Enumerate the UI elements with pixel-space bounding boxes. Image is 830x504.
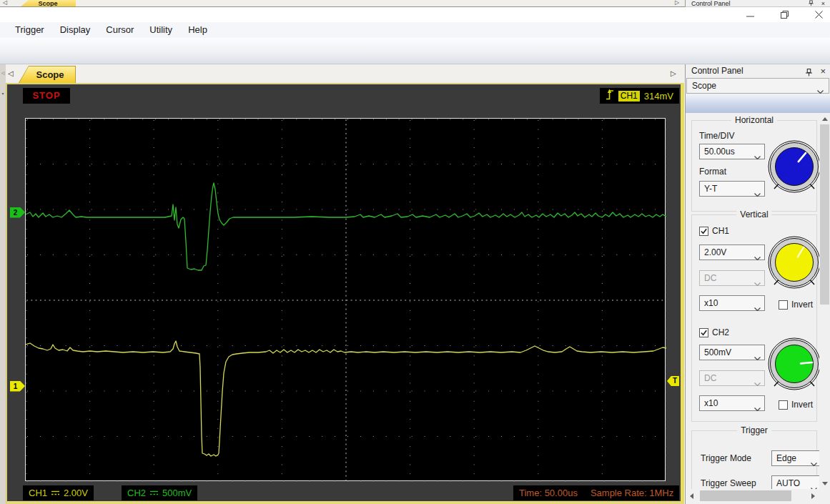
close-button[interactable] (807, 7, 830, 22)
trigger-mode-dropdown[interactable]: Edge (771, 450, 821, 466)
panel-horizontal-scrollbar[interactable] (686, 489, 830, 504)
ch1-invert-label: Invert (791, 300, 813, 310)
trigger-group: Trigger Trigger Mode Edge Trigger Sweep … (691, 430, 817, 489)
ch2-position-knob[interactable] (767, 337, 821, 391)
ch2-label: CH2 (712, 327, 729, 337)
trigger-readout: CH1 314mV (600, 88, 679, 104)
tab-scope-label: Scope (19, 66, 75, 83)
waveform-display[interactable] (25, 118, 666, 481)
scope-panel: STOP CH1 314mV 2 1 T CH1 2.00V CH2 500mV… (6, 83, 684, 504)
scope-grid-svg (26, 119, 666, 482)
ch2-enable-checkbox[interactable] (699, 328, 708, 337)
tabbar-scroll-right-icon[interactable]: ▷ (671, 64, 676, 83)
tab-scroll-left-icon[interactable]: ◁ (3, 0, 7, 6)
top-clipped-panel-header: Control Panel × (685, 0, 830, 7)
ch1-enable-checkbox[interactable] (699, 227, 708, 236)
horizontal-group: Horizontal Time/DIV 50.00us Format Y-T (691, 120, 817, 212)
panel-title-fragment: Control Panel (691, 0, 731, 7)
menu-utility[interactable]: Utility (142, 22, 180, 38)
ch2-enable-row: CH2 (699, 327, 729, 337)
ch2-coupling-dropdown-disabled: DC (699, 370, 765, 386)
top-clipped-tabbar: ◁ Scope ▷ (0, 0, 685, 7)
menu-bar: Trigger Display Cursor Utility Help (0, 22, 830, 38)
tab-scope[interactable]: Scope (19, 66, 76, 83)
trigger-mode-label: Trigger Mode (701, 453, 751, 463)
scope-status-row: CH1 2.00V CH2 500mV Time: 50.00us Sample… (7, 485, 681, 500)
sample-rate-value: Sample Rate: 1MHz (591, 488, 673, 498)
tabbar-scroll-left-icon[interactable]: ◁ (8, 64, 14, 83)
menu-help[interactable]: Help (180, 22, 215, 38)
rising-edge-icon (606, 89, 614, 104)
panel-vertical-scrollbar[interactable] (819, 113, 830, 489)
minimize-button[interactable] (738, 7, 761, 22)
trigger-level-marker[interactable]: T (667, 376, 679, 386)
control-panel-header: Control Panel × (686, 64, 830, 78)
document-tabbar: ◁ Scope ▷ (0, 64, 685, 83)
chevron-down-icon (754, 251, 761, 265)
menu-trigger[interactable]: Trigger (7, 22, 52, 38)
chevron-down-icon (754, 187, 761, 202)
format-dropdown[interactable]: Y-T (699, 181, 765, 197)
ch2-status-label: CH2 (127, 488, 146, 498)
panel-separator-band (686, 94, 830, 113)
horizontal-group-title: Horizontal (731, 115, 777, 125)
close-icon[interactable]: × (820, 65, 826, 77)
ch1-scale-dropdown[interactable]: 2.00V (699, 244, 765, 260)
ch2-probe-dropdown[interactable]: x10 (699, 395, 765, 411)
dc-coupling-icon (51, 488, 60, 498)
ch1-invert-checkbox[interactable] (779, 300, 788, 310)
restore-button[interactable] (773, 7, 796, 22)
ch1-label: CH1 (712, 226, 729, 236)
chevron-down-icon (754, 150, 761, 164)
ch1-probe-dropdown[interactable]: x10 (699, 295, 765, 311)
close-icon[interactable]: × (821, 0, 825, 7)
pin-icon[interactable] (808, 0, 814, 7)
menu-display[interactable]: Display (52, 22, 99, 38)
ch2-position-marker[interactable]: 2 (10, 207, 25, 218)
trigger-source-chip: CH1 (618, 91, 640, 102)
ch2-invert-label: Invert (791, 400, 813, 410)
ch1-status-box: CH1 2.00V (23, 485, 94, 500)
left-strip-arrow-icon: ◁ (0, 70, 6, 75)
chevron-down-icon (811, 457, 817, 471)
scroll-down-icon[interactable] (819, 478, 830, 489)
ch1-scale-value: 2.00V (64, 488, 88, 498)
control-panel-title: Control Panel (691, 66, 743, 76)
collapsed-left-panel[interactable]: ◁ ▾ (0, 64, 6, 504)
menu-cursor[interactable]: Cursor (98, 22, 142, 38)
top-tab-scope[interactable]: Scope (20, 0, 76, 7)
trigger-group-title: Trigger (737, 425, 771, 435)
left-strip-chevron-icon: ▾ (0, 91, 6, 96)
control-panel: Control Panel × Scope Horizontal Time/DI… (685, 64, 830, 504)
time-per-div-value: Time: 50.00us (519, 488, 578, 498)
ch1-invert-row: Invert (779, 300, 813, 310)
scroll-up-icon[interactable] (819, 113, 830, 124)
control-panel-content: Horizontal Time/DIV 50.00us Format Y-T V… (686, 113, 830, 489)
chevron-down-icon (754, 402, 761, 416)
time-div-dropdown[interactable]: 50.00us (699, 144, 765, 159)
chevron-down-icon (754, 351, 761, 365)
toolbar: AUTO ? (0, 38, 830, 64)
trigger-sweep-dropdown[interactable]: AUTO (771, 475, 821, 489)
ch2-invert-checkbox[interactable] (779, 400, 788, 410)
chevron-down-icon (754, 377, 761, 391)
ch1-enable-row: CH1 (699, 226, 729, 236)
ch1-position-marker[interactable]: 1 (10, 381, 25, 392)
ch1-position-knob[interactable] (767, 235, 821, 290)
horizontal-position-knob[interactable] (767, 139, 821, 194)
scroll-right-icon[interactable] (807, 489, 819, 503)
ch1-coupling-dropdown-disabled: DC (699, 270, 765, 286)
top-clipped-strip: ◁ Scope ▷ Control Panel × (0, 0, 830, 7)
device-selector-dropdown[interactable]: Scope (686, 78, 829, 94)
horizontal-scroll-thumb[interactable] (700, 490, 791, 501)
scroll-left-icon[interactable] (686, 489, 697, 503)
acquisition-status: STOP (23, 88, 70, 104)
vertical-group: Vertical CH1 2.00V DC x10 (691, 214, 817, 422)
timebase-status-box: Time: 50.00us Sample Rate: 1MHz (513, 485, 679, 500)
vertical-group-title: Vertical (736, 209, 771, 219)
trigger-level-value: 314mV (644, 91, 673, 102)
vertical-scroll-thumb[interactable] (820, 124, 829, 305)
tab-scroll-right-icon[interactable]: ▷ (675, 0, 679, 6)
ch2-scale-dropdown[interactable]: 500mV (699, 345, 765, 360)
time-div-label: Time/DIV (699, 131, 735, 141)
